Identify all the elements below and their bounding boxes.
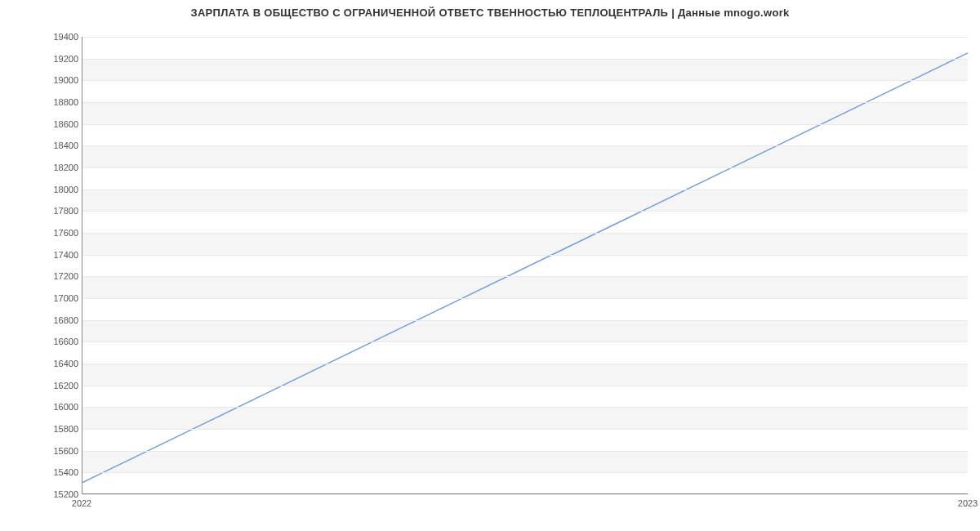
y-grid-line: [82, 37, 968, 38]
y-grid-line: [82, 80, 968, 81]
y-tick-label: 18200: [5, 163, 78, 172]
x-tick-label: 2022: [72, 498, 91, 508]
y-grid-line: [82, 59, 968, 60]
y-tick-label: 16000: [5, 402, 78, 412]
y-grid-line: [82, 494, 968, 495]
salary-line-chart: ЗАРПЛАТА В ОБЩЕСТВО С ОГРАНИЧЕННОЙ ОТВЕТ…: [0, 0, 980, 531]
x-tick-label: 2023: [958, 498, 978, 508]
chart-line-svg: [82, 37, 968, 493]
y-tick-label: 18400: [5, 141, 78, 150]
y-grid-line: [82, 145, 968, 146]
y-grid-line: [82, 298, 968, 299]
y-tick-label: 15800: [5, 424, 78, 434]
y-grid-line: [82, 190, 968, 190]
data-series-line: [82, 53, 968, 483]
y-tick-label: 16600: [5, 337, 78, 346]
y-tick-label: 18600: [5, 119, 78, 129]
y-tick-label: 19400: [5, 32, 78, 42]
y-grid-line: [82, 211, 968, 212]
y-tick-label: 16400: [5, 359, 78, 368]
y-tick-label: 18000: [5, 185, 78, 194]
y-tick-label: 19200: [5, 54, 78, 64]
y-tick-label: 15600: [5, 446, 78, 456]
y-grid-line: [82, 102, 968, 103]
y-tick-label: 16200: [5, 381, 78, 390]
y-grid-line: [82, 472, 968, 473]
y-grid-line: [82, 451, 968, 452]
y-tick-label: 16800: [5, 315, 78, 325]
y-grid-line: [82, 386, 968, 386]
y-grid-line: [82, 407, 968, 408]
y-grid-line: [82, 124, 968, 125]
y-tick-label: 17000: [5, 293, 78, 303]
y-grid-line: [82, 364, 968, 364]
y-grid-line: [82, 341, 968, 342]
y-tick-label: 17200: [5, 271, 78, 281]
y-tick-label: 19000: [5, 75, 78, 85]
y-tick-label: 17600: [5, 228, 78, 238]
y-tick-label: 18800: [5, 97, 78, 107]
y-tick-label: 15200: [5, 489, 78, 499]
chart-title: ЗАРПЛАТА В ОБЩЕСТВО С ОГРАНИЧЕННОЙ ОТВЕТ…: [0, 7, 980, 19]
y-grid-line: [82, 429, 968, 430]
y-grid-line: [82, 320, 968, 321]
y-tick-label: 17400: [5, 250, 78, 260]
plot-area: [82, 37, 968, 494]
y-grid-line: [82, 276, 968, 277]
y-grid-line: [82, 167, 968, 168]
y-tick-label: 17800: [5, 206, 78, 216]
y-tick-label: 15400: [5, 467, 78, 477]
y-grid-line: [82, 233, 968, 234]
y-grid-line: [82, 255, 968, 256]
